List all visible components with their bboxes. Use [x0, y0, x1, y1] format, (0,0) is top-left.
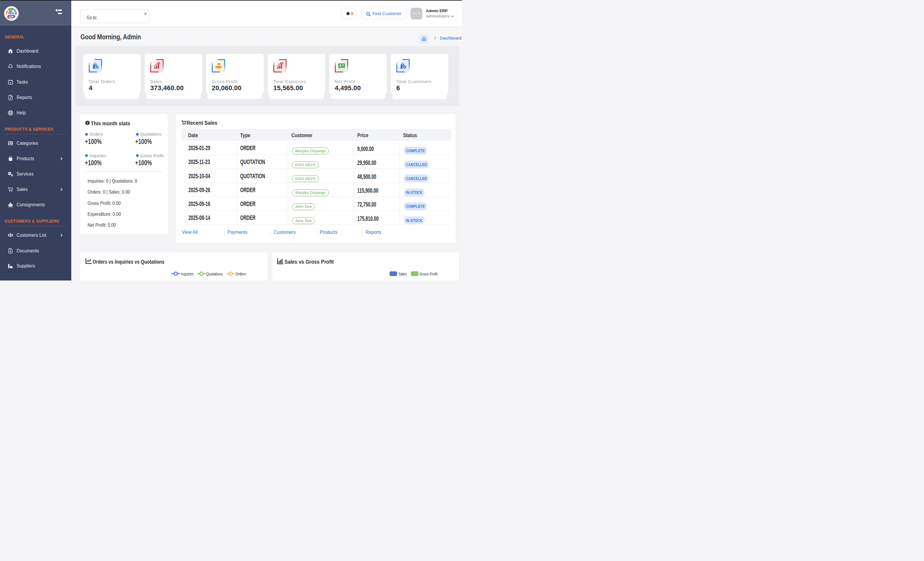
svg-text:ERP: ERP	[9, 15, 14, 18]
svg-text:Mini: Mini	[8, 12, 15, 15]
svg-text:A: A	[10, 97, 11, 99]
